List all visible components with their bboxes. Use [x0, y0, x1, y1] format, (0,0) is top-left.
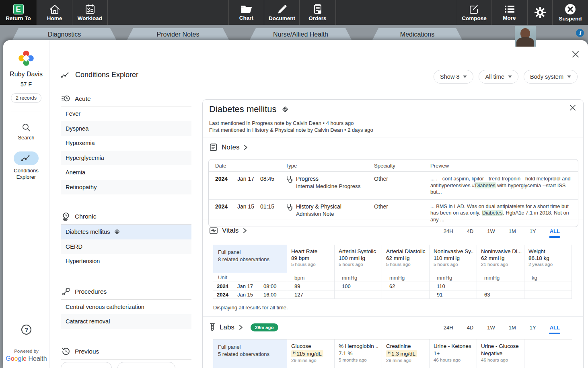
labs-full-panel-cell[interactable]: Full panel5 related observations — [213, 339, 287, 368]
body-system-dropdown[interactable]: Body system — [524, 70, 578, 84]
vitals-range-24h[interactable]: 24H — [444, 228, 453, 234]
records-badge[interactable]: 2 records — [11, 93, 41, 103]
show-count-dropdown[interactable]: Show 8 — [434, 70, 473, 84]
chart-button[interactable]: Chart — [229, 0, 264, 25]
condition-hypoxemia[interactable]: Hypoxemia — [61, 136, 191, 151]
active-nav-pill — [14, 151, 39, 165]
suspend-button[interactable]: Suspend — [553, 0, 588, 25]
vitals-col-noninvasive-systolic: Noninvasive Sy...110 mmHg5 hours ago mmH… — [430, 245, 477, 299]
condition-hypertension[interactable]: Hypertension — [61, 254, 191, 269]
home-icon — [49, 4, 60, 14]
orders-label: Orders — [308, 15, 326, 21]
previous-chip[interactable] — [61, 362, 112, 368]
vitals-title: Vitals — [222, 227, 238, 235]
info-icon[interactable]: i — [576, 29, 584, 37]
tab-provider-notes[interactable]: Provider Notes — [127, 28, 229, 41]
acute-label: Acute — [75, 95, 91, 102]
detail-close-button[interactable] — [569, 104, 576, 112]
document-pencil-icon — [276, 4, 288, 14]
vitals-range-4d[interactable]: 4D — [467, 228, 474, 234]
divider — [203, 137, 583, 137]
tab-nurse-allied-health[interactable]: Nurse/Allied Health — [249, 28, 352, 41]
section-acute: Acute — [61, 93, 191, 106]
condition-diabetes-mellitus[interactable]: Diabetes mellitus — [61, 225, 191, 239]
sidebar-item-search[interactable]: Search — [18, 123, 34, 141]
notes-section-header[interactable]: Notes — [209, 143, 248, 151]
labs-table: Full panel5 related observations Glucose… — [213, 339, 572, 368]
labs-range-24h[interactable]: 24H — [444, 325, 453, 331]
sidebar-divider — [11, 342, 42, 342]
vitals-full-panel-cell[interactable]: Full panel8 related observations — [213, 245, 287, 273]
vitals-col-arterial-systolic: Arterial Systolic100 mmHg5 hours ago mmH… — [335, 245, 382, 299]
vitals-range-all[interactable]: ALL — [550, 228, 560, 234]
home-button[interactable]: Home — [37, 0, 72, 25]
labs-range-4d[interactable]: 4D — [467, 325, 474, 331]
overlay-close-button[interactable] — [572, 51, 579, 59]
col-date: Date — [209, 163, 286, 169]
document-button[interactable]: Document — [265, 0, 300, 25]
condition-hyperglycemia[interactable]: Hyperglycemia — [61, 151, 191, 166]
chronic-label: Chronic — [75, 213, 96, 220]
tab-diagnostics[interactable]: Diagnostics — [12, 28, 117, 41]
labs-range-1m[interactable]: 1M — [509, 325, 516, 331]
orders-button[interactable]: Orders — [300, 0, 336, 25]
top-toolbar: E Return To Home Workload Chart Document… — [0, 0, 588, 25]
labs-col-glucose: GlucoseH115 mg/dL29 mins ago — [287, 339, 335, 368]
workload-icon — [84, 4, 96, 14]
vitals-range-1m[interactable]: 1M — [509, 228, 516, 234]
labs-col-creatinine: CreatinineH1.3 mg/dL29 mins ago — [382, 339, 430, 368]
workload-button[interactable]: Workload — [72, 0, 108, 25]
vitals-col-noninvasive-diastolic: Noninvasive Di...62 mmHg21 hours ago mmH… — [477, 245, 524, 299]
vitals-range-1w[interactable]: 1W — [487, 228, 495, 234]
more-list-icon — [504, 4, 516, 14]
vitals-table: Full panel8 related observations Unit 20… — [213, 245, 572, 299]
conditions-explorer-title-icon — [61, 71, 70, 79]
labs-range-all[interactable]: ALL — [550, 325, 560, 331]
help-button[interactable]: ? — [21, 325, 31, 335]
time-range-dropdown[interactable]: All time — [479, 70, 518, 84]
note-subtype: Admission Note — [296, 211, 341, 217]
patient-photo[interactable] — [515, 26, 536, 47]
notes-title: Notes — [222, 143, 239, 151]
patient-age-sex: 57 F — [21, 81, 32, 88]
more-button[interactable]: More — [491, 0, 528, 25]
notes-table-header: Date Type Specialty Preview — [209, 159, 578, 172]
suspend-icon — [565, 4, 576, 15]
powered-by-label: Powered by — [14, 349, 39, 354]
explorer-main: Conditions Explorer Show 8 All time Body… — [50, 40, 588, 368]
labs-range-tabs: 24H 4D 1W 1M 1Y ALL — [444, 325, 560, 331]
note-row[interactable]: 2024Jan 1501:15 History & PhysicalAdmiss… — [209, 200, 578, 227]
labs-test-tube-icon — [209, 323, 216, 332]
compose-button[interactable]: Compose — [457, 0, 491, 25]
previous-chip[interactable] — [117, 362, 175, 368]
explorer-sidebar: Ruby Davis 57 F 2 records Search Conditi… — [3, 40, 49, 368]
condition-highlight-icon[interactable] — [281, 105, 290, 114]
procedure-cataract-removal[interactable]: Cataract removal — [61, 314, 191, 329]
condition-retinopathy[interactable]: Retinopathy — [61, 180, 191, 195]
note-row[interactable]: 2024Jan 1708:45 ProgressInternal Medicin… — [209, 172, 578, 200]
labs-range-1y[interactable]: 1Y — [530, 325, 536, 331]
condition-fever[interactable]: Fever — [61, 106, 191, 121]
vitals-col-weight: Weight86.18 kg2 years ago kg — [524, 245, 572, 299]
condition-dyspnea[interactable]: Dyspnea — [61, 121, 191, 136]
tab-medications[interactable]: Medications — [372, 28, 463, 41]
condition-gerd[interactable]: GERD — [61, 239, 191, 254]
labs-range-1w[interactable]: 1W — [487, 325, 495, 331]
labs-section-header[interactable]: Labs 29m ago — [209, 323, 278, 332]
procedure-central-venous-catheterization[interactable]: Central venous catheterization — [61, 300, 191, 315]
chevron-down-icon — [567, 76, 571, 78]
filter-bar: Show 8 All time Body system — [434, 70, 578, 84]
settings-button[interactable] — [528, 0, 553, 25]
explorer-label-line1: Conditions — [14, 168, 38, 174]
chevron-right-icon — [243, 228, 247, 233]
labs-col-urine-glucose: Urine - GlucoseNegative46 hours ago — [477, 339, 524, 368]
condition-list: Acute Fever Dyspnea Hypoxemia Hyperglyce… — [61, 93, 191, 368]
return-to-button[interactable]: E Return To — [0, 0, 37, 25]
sidebar-item-conditions-explorer[interactable]: ConditionsExplorer — [14, 151, 39, 180]
vitals-range-1y[interactable]: 1Y — [530, 228, 536, 234]
suspend-label: Suspend — [559, 16, 582, 22]
procedures-label: Procedures — [75, 288, 107, 295]
condition-anemia[interactable]: Anemia — [61, 165, 191, 180]
vitals-section-header[interactable]: Vitals — [209, 227, 247, 235]
google-health-wordmark: Google Health — [6, 355, 47, 362]
